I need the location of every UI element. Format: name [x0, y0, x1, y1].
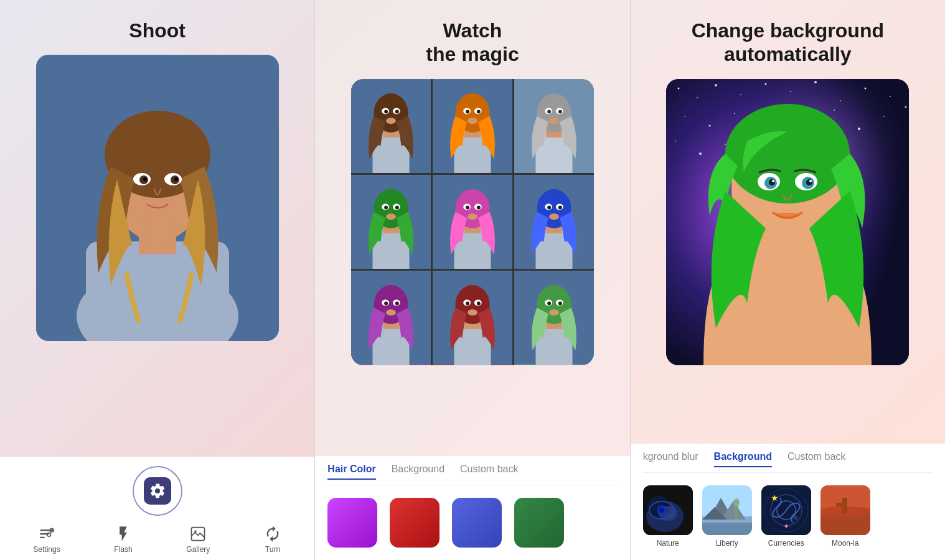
hair-purple-person	[351, 271, 431, 365]
shoot-photo	[36, 55, 279, 341]
svg-point-98	[549, 310, 559, 316]
svg-point-53	[386, 213, 396, 220]
grid-cell-blue	[514, 175, 594, 269]
swatch-green[interactable]	[514, 498, 564, 548]
svg-point-26	[386, 118, 396, 124]
svg-point-112	[709, 124, 711, 126]
svg-point-34	[477, 110, 481, 113]
svg-rect-147	[702, 523, 752, 535]
svg-point-97	[558, 302, 562, 306]
camera-button[interactable]	[133, 466, 182, 516]
background-title: Change background automatically	[692, 19, 884, 67]
svg-point-107	[814, 81, 817, 83]
bg-thumb-moon[interactable]: Moon-la	[820, 485, 870, 548]
panel-background: Change background automatically	[631, 0, 945, 560]
bg-thumb-currencies[interactable]: ★ ☆ ✦ Currencies	[761, 485, 811, 548]
grid-cell-brown	[351, 79, 431, 173]
grid-cell-gray	[514, 79, 594, 173]
svg-point-123	[725, 144, 726, 145]
settings-icon	[38, 525, 55, 543]
svg-point-106	[790, 91, 791, 92]
panel2-bottom: Hair Color Background Custom back	[315, 456, 629, 560]
svg-point-113	[734, 113, 735, 114]
svg-point-24	[384, 110, 388, 113]
bg-thumbnails: Nature	[643, 482, 933, 551]
svg-rect-167	[836, 503, 844, 506]
tab-background[interactable]: Background	[392, 464, 444, 480]
turn-icon	[264, 525, 281, 543]
svg-point-69	[547, 206, 551, 210]
magic-title: Watch the magic	[426, 19, 519, 67]
svg-point-109	[865, 87, 867, 89]
hair-orange-person	[433, 79, 512, 173]
svg-point-104	[740, 94, 741, 95]
svg-point-42	[547, 110, 551, 113]
svg-point-108	[840, 100, 841, 101]
svg-point-110	[890, 96, 891, 97]
nav-settings[interactable]: Settings	[33, 525, 60, 554]
grid-cell-orange	[433, 79, 512, 173]
svg-point-52	[395, 206, 399, 210]
tab-custom-back[interactable]: Custom back	[460, 464, 518, 480]
bg-thumb-nature-img	[643, 485, 693, 535]
nav-turn[interactable]: Turn	[264, 525, 281, 554]
panel3-bottom: kground blur Background Custom back	[631, 444, 945, 560]
svg-point-43	[558, 110, 562, 113]
svg-point-118	[858, 128, 860, 130]
nav-gallery[interactable]: Gallery	[186, 525, 210, 554]
svg-point-71	[549, 213, 559, 220]
grid-cell-green	[351, 175, 431, 269]
svg-point-10	[143, 177, 147, 181]
svg-text:✦: ✦	[783, 522, 789, 531]
svg-point-80	[386, 310, 396, 316]
svg-point-33	[466, 110, 469, 113]
nav-flash[interactable]: Flash	[114, 525, 132, 554]
tab-bg-custom[interactable]: Custom back	[788, 451, 845, 467]
currencies-label: Currencies	[768, 539, 804, 548]
svg-point-103	[715, 84, 717, 86]
grid-cell-darkred	[433, 271, 512, 365]
swatch-blue[interactable]	[452, 498, 502, 548]
hair-brown-person	[351, 79, 431, 173]
svg-point-89	[468, 310, 477, 316]
svg-point-102	[697, 97, 698, 98]
svg-point-136	[772, 180, 774, 182]
svg-point-70	[558, 206, 562, 210]
flash-label: Flash	[114, 545, 132, 554]
swatch-purple[interactable]	[327, 498, 377, 548]
svg-point-144	[659, 508, 664, 513]
panel-magic: Watch the magic	[314, 0, 630, 560]
liberty-svg	[702, 485, 752, 535]
bg-thumb-liberty[interactable]: Liberty	[702, 485, 752, 548]
svg-point-25	[395, 110, 399, 113]
svg-point-17	[194, 530, 197, 533]
gallery-label: Gallery	[186, 545, 210, 554]
moon-svg	[820, 485, 870, 535]
svg-point-88	[477, 302, 481, 306]
tab-hair-color[interactable]: Hair Color	[327, 464, 375, 480]
nature-label: Nature	[657, 539, 679, 548]
swatch-red[interactable]	[390, 498, 440, 548]
svg-point-60	[466, 206, 469, 210]
bg-thumb-currencies-img: ★ ☆ ✦	[761, 485, 811, 535]
svg-rect-13	[145, 217, 170, 248]
svg-point-79	[395, 302, 399, 306]
color-swatches	[327, 495, 617, 551]
svg-rect-2	[86, 241, 229, 341]
tab-bg-blur[interactable]: kground blur	[643, 451, 698, 467]
svg-point-78	[384, 302, 388, 306]
svg-point-11	[174, 177, 178, 181]
svg-point-96	[547, 302, 551, 306]
svg-point-121	[675, 141, 676, 142]
shoot-title: Shoot	[129, 19, 186, 42]
svg-point-35	[468, 118, 477, 124]
svg-point-62	[468, 213, 477, 220]
svg-point-117	[834, 110, 835, 111]
camera-icon	[144, 477, 171, 505]
svg-point-120	[905, 106, 907, 108]
svg-point-122	[699, 152, 702, 155]
bg-thumb-nature[interactable]: Nature	[643, 485, 693, 548]
moon-label: Moon-la	[832, 539, 858, 548]
hair-lightgreen-person	[514, 271, 594, 365]
tab-bg-background[interactable]: Background	[714, 451, 772, 467]
